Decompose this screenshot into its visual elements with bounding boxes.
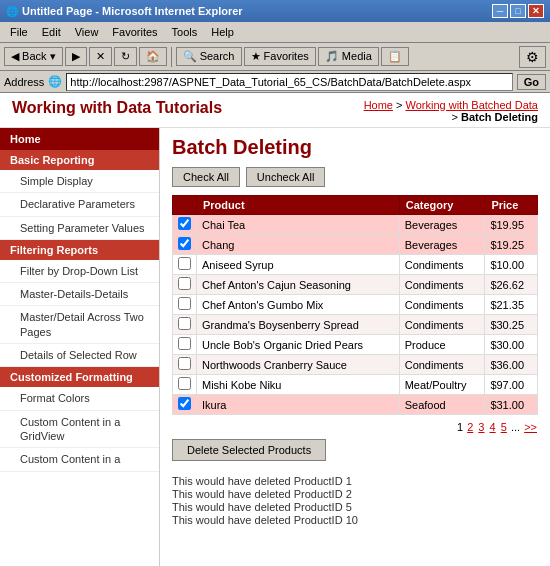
sidebar-item-setting-params[interactable]: Setting Parameter Values [0,217,159,240]
row-product: Grandma's Boysenberry Spread [197,315,400,335]
row-checkbox[interactable] [178,297,191,310]
col-header-product: Product [197,196,400,215]
row-price: $30.00 [485,335,538,355]
forward-button[interactable]: ▶ [65,47,87,66]
history-button[interactable]: 📋 [381,47,409,66]
row-checkbox-cell [173,315,197,335]
log-message: This would have deleted ProductID 5 [172,501,538,513]
row-checkbox-cell [173,275,197,295]
close-button[interactable]: ✕ [528,4,544,18]
row-checkbox[interactable] [178,237,191,250]
col-header-category: Category [399,196,485,215]
favorites-button[interactable]: ★ Favorites [244,47,316,66]
breadcrumb-current: Batch Deleting [461,111,538,123]
toolbar-separator [171,47,172,67]
row-category: Condiments [399,295,485,315]
minimize-button[interactable]: ─ [492,4,508,18]
tools-icon-button[interactable]: ⚙ [519,46,546,68]
row-checkbox[interactable] [178,317,191,330]
row-checkbox[interactable] [178,257,191,270]
table-row: Grandma's Boysenberry Spread Condiments … [173,315,538,335]
table-row: Mishi Kobe Niku Meat/Poultry $97.00 [173,375,538,395]
row-category: Produce [399,335,485,355]
address-input[interactable] [66,73,512,91]
back-button[interactable]: ◀ Back ▾ [4,47,63,66]
sidebar-group-filtering[interactable]: Filtering Reports [0,240,159,260]
refresh-button[interactable]: ↻ [114,47,137,66]
breadcrumb-sep2: > [452,111,461,123]
window-title: Untitled Page - Microsoft Internet Explo… [22,5,243,17]
go-button[interactable]: Go [517,74,546,90]
row-checkbox-cell [173,395,197,415]
row-checkbox[interactable] [178,217,191,230]
row-price: $10.00 [485,255,538,275]
stop-button[interactable]: ✕ [89,47,112,66]
row-checkbox[interactable] [178,397,191,410]
log-message: This would have deleted ProductID 1 [172,475,538,487]
sidebar: Home Basic Reporting Simple Display Decl… [0,128,160,566]
sidebar-item-declarative-params[interactable]: Declarative Parameters [0,193,159,216]
page-3[interactable]: 3 [478,421,484,433]
menu-file[interactable]: File [4,24,34,40]
row-price: $30.25 [485,315,538,335]
delete-selected-button[interactable]: Delete Selected Products [172,439,326,461]
sidebar-home[interactable]: Home [0,128,159,150]
check-all-button[interactable]: Check All [172,167,240,187]
maximize-button[interactable]: □ [510,4,526,18]
products-table: Product Category Price Chai Tea Beverage… [172,195,538,415]
sidebar-group-formatting[interactable]: Customized Formatting [0,367,159,387]
media-button[interactable]: 🎵 Media [318,47,379,66]
sidebar-item-master-detail-pages[interactable]: Master/Detail Across Two Pages [0,306,159,344]
breadcrumb-home[interactable]: Home [364,99,393,111]
pagination: 1 2 3 4 5 ... >> [172,421,538,433]
home-button[interactable]: 🏠 [139,47,167,66]
menu-tools[interactable]: Tools [166,24,204,40]
row-category: Beverages [399,215,485,235]
sidebar-group-basic-reporting[interactable]: Basic Reporting [0,150,159,170]
row-checkbox-cell [173,375,197,395]
sidebar-item-master-details[interactable]: Master-Details-Details [0,283,159,306]
row-category: Beverages [399,235,485,255]
menu-view[interactable]: View [69,24,105,40]
row-product: Chai Tea [197,215,400,235]
page-current: 1 [457,421,466,433]
page-next[interactable]: >> [524,421,537,433]
row-product: Chef Anton's Cajun Seasoning [197,275,400,295]
check-buttons-row: Check All Uncheck All [172,167,538,187]
row-checkbox-cell [173,215,197,235]
sidebar-item-format-colors[interactable]: Format Colors [0,387,159,410]
sidebar-item-details-selected-row[interactable]: Details of Selected Row [0,344,159,367]
sidebar-item-simple-display[interactable]: Simple Display [0,170,159,193]
row-checkbox-cell [173,235,197,255]
sidebar-item-custom-content[interactable]: Custom Content in a [0,448,159,471]
row-product: Uncle Bob's Organic Dried Pears [197,335,400,355]
page-2[interactable]: 2 [467,421,473,433]
uncheck-all-button[interactable]: Uncheck All [246,167,325,187]
row-checkbox[interactable] [178,377,191,390]
menu-favorites[interactable]: Favorites [106,24,163,40]
site-title: Working with Data Tutorials [12,99,222,117]
row-product: Chang [197,235,400,255]
sidebar-item-filter-dropdown[interactable]: Filter by Drop-Down List [0,260,159,283]
page-5[interactable]: 5 [501,421,507,433]
log-message: This would have deleted ProductID 2 [172,488,538,500]
log-container: This would have deleted ProductID 1This … [172,475,538,526]
row-checkbox[interactable] [178,357,191,370]
breadcrumb: Home > Working with Batched Data > Batch… [364,99,538,123]
page-4[interactable]: 4 [490,421,496,433]
row-checkbox[interactable] [178,277,191,290]
row-price: $19.25 [485,235,538,255]
breadcrumb-parent[interactable]: Working with Batched Data [406,99,538,111]
table-row: Chang Beverages $19.25 [173,235,538,255]
title-bar-buttons[interactable]: ─ □ ✕ [492,4,544,18]
address-label: Address [4,76,44,88]
menu-help[interactable]: Help [205,24,240,40]
row-checkbox[interactable] [178,337,191,350]
sidebar-item-custom-content-gridview[interactable]: Custom Content in a GridView [0,411,159,449]
row-product: Northwoods Cranberry Sauce [197,355,400,375]
row-category: Condiments [399,315,485,335]
col-header-price: Price [485,196,538,215]
row-checkbox-cell [173,355,197,375]
search-button[interactable]: 🔍 Search [176,47,242,66]
menu-edit[interactable]: Edit [36,24,67,40]
